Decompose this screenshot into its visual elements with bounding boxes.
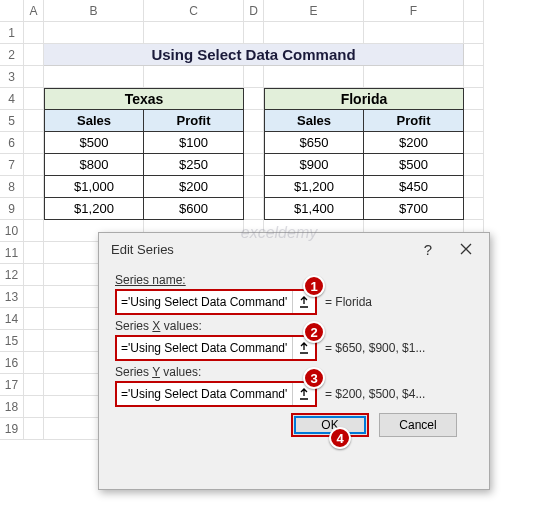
dialog-titlebar[interactable]: Edit Series ? [99,233,489,265]
table-cell[interactable]: $200 [144,176,244,198]
table-cell[interactable]: $450 [364,176,464,198]
table-cell[interactable]: $1,200 [264,176,364,198]
series-y-field-wrap [115,381,317,407]
series-name-result: = Florida [325,295,473,309]
series-name-field-wrap [115,289,317,315]
row-5[interactable]: 5 [0,110,24,132]
florida-profit-header[interactable]: Profit [364,110,464,132]
table-cell[interactable]: $800 [44,154,144,176]
row-2[interactable]: 2 [0,44,24,66]
callout-1: 1 [303,275,325,297]
row-14[interactable]: 14 [0,308,24,330]
row-18[interactable]: 18 [0,396,24,418]
edit-series-dialog: Edit Series ? Series name: 1 = Florida S… [98,232,490,490]
close-icon [460,243,472,255]
row-16[interactable]: 16 [0,352,24,374]
series-x-input[interactable] [117,341,291,355]
florida-sales-header[interactable]: Sales [264,110,364,132]
texas-header[interactable]: Texas [44,88,244,110]
table-cell[interactable]: $700 [364,198,464,220]
dialog-title: Edit Series [111,242,174,257]
series-y-result: = $200, $500, $4... [325,387,473,401]
table-cell[interactable]: $500 [364,154,464,176]
col-E[interactable]: E [264,0,364,22]
row-15[interactable]: 15 [0,330,24,352]
row-11[interactable]: 11 [0,242,24,264]
series-x-label: Series X values: [115,319,473,333]
row-1[interactable]: 1 [0,22,24,44]
row-13[interactable]: 13 [0,286,24,308]
select-all-corner[interactable] [0,0,24,22]
close-button[interactable] [447,235,485,263]
row-8[interactable]: 8 [0,176,24,198]
table-cell[interactable]: $250 [144,154,244,176]
table-cell[interactable]: $200 [364,132,464,154]
florida-header[interactable]: Florida [264,88,464,110]
col-C[interactable]: C [144,0,244,22]
table-cell[interactable]: $1,200 [44,198,144,220]
table-cell[interactable]: $600 [144,198,244,220]
callout-3: 3 [303,367,325,389]
row-9[interactable]: 9 [0,198,24,220]
row-17[interactable]: 17 [0,374,24,396]
table-cell[interactable]: $100 [144,132,244,154]
row-6[interactable]: 6 [0,132,24,154]
table-cell[interactable]: $1,000 [44,176,144,198]
series-name-label: Series name: [115,273,473,287]
table-cell[interactable]: $650 [264,132,364,154]
callout-2: 2 [303,321,325,343]
row-3[interactable]: 3 [0,66,24,88]
page-title[interactable]: Using Select Data Command [44,44,464,66]
series-name-input[interactable] [117,295,291,309]
row-7[interactable]: 7 [0,154,24,176]
col-F[interactable]: F [364,0,464,22]
col-A[interactable]: A [24,0,44,22]
row-4[interactable]: 4 [0,88,24,110]
texas-profit-header[interactable]: Profit [144,110,244,132]
row-19[interactable]: 19 [0,418,24,440]
cancel-button[interactable]: Cancel [379,413,457,437]
series-x-result: = $650, $900, $1... [325,341,473,355]
row-12[interactable]: 12 [0,264,24,286]
series-y-label: Series Y values: [115,365,473,379]
table-cell[interactable]: $900 [264,154,364,176]
row-10[interactable]: 10 [0,220,24,242]
series-x-field-wrap [115,335,317,361]
series-y-input[interactable] [117,387,291,401]
col-D[interactable]: D [244,0,264,22]
texas-sales-header[interactable]: Sales [44,110,144,132]
col-B[interactable]: B [44,0,144,22]
cell[interactable] [24,22,44,44]
table-cell[interactable]: $500 [44,132,144,154]
help-button[interactable]: ? [409,235,447,263]
callout-4: 4 [329,427,351,449]
table-cell[interactable]: $1,400 [264,198,364,220]
